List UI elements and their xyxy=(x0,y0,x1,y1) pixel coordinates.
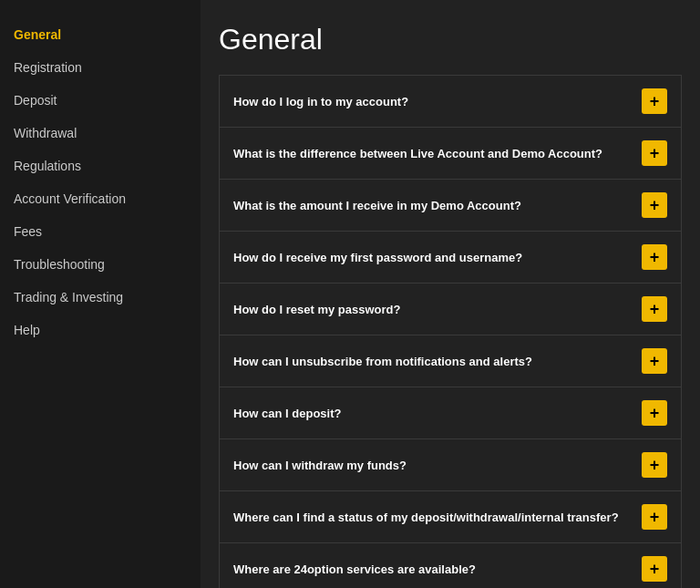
faq-question: What is the amount I receive in my Demo … xyxy=(233,199,642,212)
faq-question: How do I receive my first password and u… xyxy=(233,251,642,264)
faq-toggle-button[interactable]: + xyxy=(642,244,667,270)
sidebar-item-registration[interactable]: Registration xyxy=(0,51,201,84)
sidebar-item-regulations[interactable]: Regulations xyxy=(0,150,201,182)
faq-question: What is the difference between Live Acco… xyxy=(233,147,642,160)
sidebar-item-deposit[interactable]: Deposit xyxy=(0,84,201,117)
faq-item[interactable]: Where can I find a status of my deposit/… xyxy=(219,490,682,542)
faq-item[interactable]: How do I receive my first password and u… xyxy=(219,231,682,283)
faq-item[interactable]: How do I reset my password?+ xyxy=(219,283,682,335)
sidebar-item-general[interactable]: General xyxy=(0,18,201,51)
main-content: General How do I log in to my account?+W… xyxy=(201,0,700,588)
sidebar-item-account-verification[interactable]: Account Verification xyxy=(0,182,201,215)
sidebar-item-trading-and-investing[interactable]: Trading & Investing xyxy=(0,281,201,314)
faq-item[interactable]: How can I deposit?+ xyxy=(219,387,682,438)
faq-question: How can I unsubscribe from notifications… xyxy=(233,355,642,368)
faq-toggle-button[interactable]: + xyxy=(642,296,667,322)
sidebar-item-withdrawal[interactable]: Withdrawal xyxy=(0,117,201,150)
faq-item[interactable]: What is the difference between Live Acco… xyxy=(219,127,682,179)
faq-question: How do I log in to my account? xyxy=(233,95,642,108)
faq-question: How can I deposit? xyxy=(233,407,642,420)
faq-item[interactable]: How can I unsubscribe from notifications… xyxy=(219,335,682,387)
faq-toggle-button[interactable]: + xyxy=(642,504,667,530)
faq-list: How do I log in to my account?+What is t… xyxy=(219,75,682,588)
faq-question: Where are 24option services are availabl… xyxy=(233,562,642,576)
faq-question: How can I withdraw my funds? xyxy=(233,459,642,472)
faq-toggle-button[interactable]: + xyxy=(642,452,667,478)
faq-toggle-button[interactable]: + xyxy=(642,400,667,426)
faq-question: Where can I find a status of my deposit/… xyxy=(233,511,642,524)
faq-toggle-button[interactable]: + xyxy=(642,192,667,218)
sidebar-item-troubleshooting[interactable]: Troubleshooting xyxy=(0,248,201,281)
faq-item[interactable]: What is the amount I receive in my Demo … xyxy=(219,179,682,231)
page-title: General xyxy=(219,23,682,57)
faq-item[interactable]: How can I withdraw my funds?+ xyxy=(219,438,682,490)
faq-item[interactable]: How do I log in to my account?+ xyxy=(219,75,682,127)
faq-toggle-button[interactable]: + xyxy=(642,556,667,582)
sidebar-item-help[interactable]: Help xyxy=(0,314,201,346)
faq-toggle-button[interactable]: + xyxy=(642,140,667,166)
sidebar-item-fees[interactable]: Fees xyxy=(0,215,201,248)
faq-item[interactable]: Where are 24option services are availabl… xyxy=(219,542,682,588)
sidebar: GeneralRegistrationDepositWithdrawalRegu… xyxy=(0,0,201,588)
faq-question: How do I reset my password? xyxy=(233,303,642,316)
faq-toggle-button[interactable]: + xyxy=(642,348,667,374)
faq-toggle-button[interactable]: + xyxy=(642,88,667,114)
